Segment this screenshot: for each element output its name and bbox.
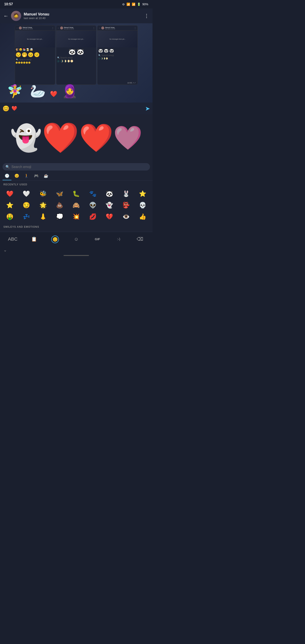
emoji-thumbs-up[interactable]: 👍	[135, 211, 151, 222]
search-icon: 🔍	[6, 165, 10, 169]
emoji-keyboard: 🔍 🕐 😊 🚶 🎮 ☕ RECENTLY USED ❤️ 🤍 🐝 🦋 🐛 🐾 🐼…	[0, 161, 152, 232]
emoji-rabbit[interactable]: 🐰	[118, 188, 134, 199]
emoji-nose[interactable]: 👃	[35, 211, 51, 222]
emoji-search-container[interactable]: 🔍	[2, 163, 150, 170]
clipboard-icon: 📋	[31, 236, 37, 242]
emoticon-icon: :-)	[117, 237, 120, 241]
emoji-zzz[interactable]: 💤	[18, 211, 34, 222]
status-bar: 10:57 ⊖ 📶 📶 🔋 90%	[0, 0, 152, 8]
heart-sticker-button[interactable]: ❤️	[12, 106, 17, 111]
tab-food[interactable]: ☕	[42, 172, 50, 180]
large-emoji-display: 👻 ❤️ ❤️ 🩷	[0, 114, 152, 161]
emoji-paws[interactable]: 🐾	[85, 188, 101, 199]
emoji-caterpillar[interactable]: 🐛	[68, 188, 84, 199]
tab-smileys[interactable]: 😊	[12, 172, 21, 180]
gif-icon: GIF	[95, 237, 100, 241]
emoji-red-heart-1[interactable]: ❤️	[2, 188, 18, 199]
collage-item-3: ← Manuel Vonau last seen at 10:40 ⋮ No m…	[97, 26, 138, 85]
battery-percent: 90%	[142, 2, 148, 6]
emoji-see-no-evil[interactable]: 🙈	[68, 200, 84, 210]
emoji-star-1[interactable]: ⭐	[135, 188, 151, 199]
keyboard-abc-button[interactable]: ABC	[6, 236, 19, 242]
emoji-category-tabs: 🕐 😊 🚶 🎮 ☕	[0, 170, 152, 180]
collage-item-1: ← Manuel Vonau last seen at 10:40 ⋮ No m…	[15, 26, 55, 85]
emoji-search-input[interactable]	[12, 165, 147, 169]
large-emoji-heart-1: ❤️	[42, 123, 79, 152]
chat-input-bar: 😊 ❤️ ➤	[0, 102, 152, 114]
home-bar	[64, 255, 89, 256]
contact-avatar[interactable]: 🧔	[11, 11, 21, 21]
keyboard-collapse-section: ⌄	[0, 246, 152, 253]
emoji-toggle-button[interactable]: 😊	[2, 105, 9, 112]
emoji-thought[interactable]: 💭	[52, 211, 68, 222]
emoji-boom[interactable]: 💥	[68, 211, 84, 222]
sticker-man: 🧕	[59, 80, 80, 102]
do-not-disturb-icon: ⊖	[122, 2, 125, 6]
tab-recent[interactable]: 🕐	[2, 172, 12, 180]
emoji-panda[interactable]: 🐼	[102, 188, 118, 199]
large-emoji-ghost: 👻	[10, 125, 42, 150]
emoji-butterfly[interactable]: 🦋	[52, 188, 68, 199]
keyboard-delete-button[interactable]: ⌫	[134, 236, 146, 242]
sticker-messages: 🧚‍♀️ 🦢 ❤️ 🧕	[4, 80, 80, 102]
emoji-oni[interactable]: 👺	[118, 200, 134, 210]
sticker-bird: 🦢	[27, 80, 48, 102]
chevron-down-icon[interactable]: ⌄	[4, 248, 7, 252]
chat-area: ← Manuel Vonau last seen at 10:40 ⋮ No m…	[0, 23, 152, 114]
signal-icon: 📶	[132, 2, 135, 6]
abc-icon: ABC	[8, 236, 17, 242]
emoji-star-2[interactable]: ⭐	[2, 200, 18, 210]
emoji-money[interactable]: 🤑	[2, 211, 18, 222]
keyboard-action-bar: ABC 📋 😊 ☺ GIF :-) ⌫	[0, 232, 152, 246]
keyboard-emoji-button[interactable]: 😊	[49, 236, 62, 243]
keyboard-sticker-button[interactable]: ☺	[70, 236, 82, 242]
emoji-eye[interactable]: 👁️	[118, 211, 134, 222]
tab-people[interactable]: 🚶	[22, 172, 31, 180]
emoji-lips[interactable]: 💋	[85, 211, 101, 222]
emoji-ghost[interactable]: 👻	[102, 200, 118, 210]
smileys-emotions-label: SMILEYS AND EMOTIONS	[0, 223, 152, 230]
emoji-broken-heart[interactable]: 💔	[102, 211, 118, 222]
emoji-smirk[interactable]: 😏	[18, 200, 34, 210]
keyboard-emoticon-button[interactable]: :-)	[112, 237, 125, 242]
recently-used-grid: ❤️ 🤍 🐝 🦋 🐛 🐾 🐼 🐰 ⭐ ⭐ 😏 🌟 💩 🙈 👽 👻 👺 💀 🤑 💤…	[0, 187, 152, 223]
home-indicator	[0, 253, 152, 258]
keyboard-clipboard-button[interactable]: 📋	[28, 236, 40, 242]
status-time: 10:57	[4, 2, 13, 6]
keyboard-gif-button[interactable]: GIF	[91, 237, 104, 241]
emoji-skull[interactable]: 💀	[135, 200, 151, 210]
delete-icon: ⌫	[136, 236, 143, 242]
status-right: ⊖ 📶 📶 🔋 90%	[122, 2, 148, 6]
contact-name: Manuel Vonau	[24, 12, 142, 16]
large-emoji-heart-2: ❤️	[79, 124, 113, 152]
emoji-search-bar: 🔍	[0, 161, 152, 170]
large-emoji-heart-3: 🩷	[113, 126, 142, 149]
tab-activities[interactable]: 🎮	[32, 172, 41, 180]
back-button[interactable]: ←	[4, 13, 8, 19]
chat-header: ← 🧔 Manuel Vonau last seen at 10:40 ⋮	[0, 8, 152, 23]
emoji-heart-2[interactable]: 🤍	[18, 188, 34, 199]
screenshot-collage: ← Manuel Vonau last seen at 10:40 ⋮ No m…	[15, 26, 138, 85]
contact-info: Manuel Vonau last seen at 10:40	[24, 12, 142, 20]
recently-used-label: RECENTLY USED	[0, 180, 152, 187]
emoji-alien[interactable]: 👽	[85, 200, 101, 210]
emoji-bee[interactable]: 🐝	[35, 188, 51, 199]
sticker-icon: ☺	[74, 236, 78, 242]
collage-item-2: ← Manuel Vonau last seen at 10:40 ⋮ No m…	[56, 26, 96, 85]
emoji-poop[interactable]: 💩	[52, 200, 68, 210]
more-options-button[interactable]: ⋮	[144, 13, 149, 19]
send-button[interactable]: ➤	[145, 105, 150, 112]
contact-status: last seen at 10:40	[24, 16, 142, 20]
emoji-active-icon: 😊	[51, 236, 59, 243]
sticker-girl: 🧚‍♀️	[4, 80, 26, 102]
emoji-sparkle[interactable]: 🌟	[35, 200, 51, 210]
battery-icon: 🔋	[137, 2, 141, 6]
wifi-icon: 📶	[126, 2, 130, 6]
